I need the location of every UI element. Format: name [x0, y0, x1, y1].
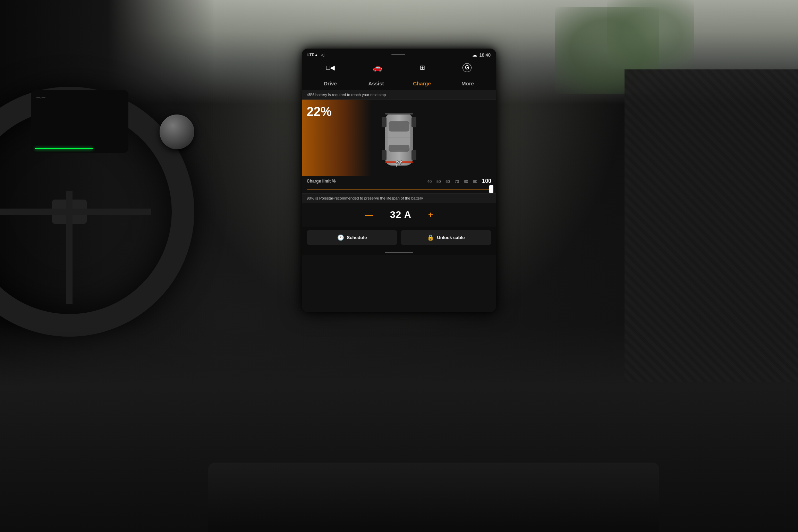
quick-nav-row: □◀ 🚗 ⊞ G	[302, 60, 496, 76]
limit-60: 60	[445, 179, 450, 184]
bottom-indicator	[302, 250, 496, 255]
grid-icon: ⊞	[420, 64, 425, 71]
status-center-line	[391, 54, 405, 55]
svg-rect-9	[385, 113, 413, 115]
lock-icon: 🔒	[427, 234, 434, 241]
unlock-cable-button[interactable]: 🔒 Unlock cable	[401, 230, 491, 245]
status-left: LTE▲ ◁	[307, 52, 324, 57]
green-bar	[35, 148, 93, 149]
current-control-section: — 32 A +	[302, 203, 496, 227]
limit-50: 50	[436, 179, 441, 184]
limit-70: 70	[455, 179, 459, 184]
charge-limit-slider[interactable]	[307, 186, 491, 193]
current-increase-button[interactable]: +	[425, 209, 436, 221]
video-icon: □◀	[326, 64, 335, 71]
current-value-display: 32 A	[390, 209, 411, 220]
svg-rect-2	[389, 121, 409, 132]
schedule-icon: 🕐	[337, 234, 344, 241]
limit-100: 100	[482, 178, 491, 184]
grid-button[interactable]: ⊞	[417, 62, 427, 73]
status-bar: LTE▲ ◁ ☁ 18:40	[302, 49, 496, 60]
slider-thumb[interactable]	[489, 185, 493, 193]
status-right: ☁ 18:40	[472, 52, 491, 58]
center-console	[208, 463, 659, 532]
video-button[interactable]: □◀	[324, 62, 338, 73]
limit-80: 80	[464, 179, 468, 184]
nav-direction-icon: ◁	[321, 52, 324, 57]
tab-drive[interactable]: Drive	[307, 78, 353, 90]
charge-limit-section: Charge limit % 40 50 60 70 80 90 100	[302, 176, 496, 193]
right-panel	[625, 69, 798, 382]
instrument-cluster: —:— —	[31, 90, 128, 153]
charge-limit-row: Charge limit % 40 50 60 70 80 90 100	[307, 178, 491, 184]
flag-marker: 🏁	[395, 160, 403, 168]
cluster-text-1: —:—	[36, 95, 45, 100]
time-display: 18:40	[479, 52, 491, 58]
schedule-label: Schedule	[347, 235, 367, 240]
tab-assist[interactable]: Assist	[353, 78, 399, 90]
cloud-icon: ☁	[472, 52, 477, 58]
car-icon: 🚗	[373, 63, 382, 72]
lte-indicator: LTE▲	[307, 53, 318, 57]
tab-charge[interactable]: Charge	[399, 78, 445, 90]
limit-40: 40	[427, 179, 432, 184]
battery-info-message: 48% battery is required to reach your ne…	[302, 90, 496, 100]
schedule-button[interactable]: 🕐 Schedule	[307, 230, 397, 245]
steering-spoke-v	[66, 191, 73, 304]
current-decrease-button[interactable]: —	[362, 209, 376, 221]
home-indicator	[385, 252, 413, 253]
svg-rect-7	[411, 150, 416, 160]
slider-fill	[307, 189, 491, 189]
tree-background-2	[607, 0, 694, 69]
cluster-text-2: —	[119, 95, 123, 100]
slider-track	[307, 189, 491, 189]
infotainment-screen: LTE▲ ◁ ☁ 18:40 □◀ 🚗 ⊞ G	[302, 49, 496, 312]
battery-percentage: 22%	[307, 104, 332, 119]
charge-limit-label: Charge limit %	[307, 179, 336, 184]
svg-rect-5	[411, 117, 416, 127]
profile-icon: G	[462, 63, 472, 72]
battery-visual-section: 22%	[302, 100, 496, 176]
bottom-action-buttons: 🕐 Schedule 🔒 Unlock cable	[302, 227, 496, 250]
limit-90: 90	[473, 179, 477, 184]
charge-content: 48% battery is required to reach your ne…	[302, 90, 496, 312]
car-nav-button[interactable]: 🚗	[370, 62, 385, 74]
svg-rect-4	[382, 117, 387, 127]
steering-spoke-h	[0, 209, 151, 215]
charge-vertical-line	[489, 103, 490, 166]
rotary-knob[interactable]	[160, 115, 194, 149]
polestar-recommendation: 90% is Polestar-recommended to preserve …	[302, 193, 496, 203]
svg-rect-6	[382, 150, 387, 160]
unlock-cable-label: Unlock cable	[437, 235, 465, 240]
tab-more[interactable]: More	[445, 78, 491, 90]
svg-rect-3	[389, 145, 409, 152]
main-navigation: Drive Assist Charge More	[302, 76, 496, 90]
charge-horizontal-line	[302, 173, 489, 174]
profile-button[interactable]: G	[460, 62, 474, 74]
charge-limit-numbers: 40 50 60 70 80 90 100	[427, 178, 491, 184]
